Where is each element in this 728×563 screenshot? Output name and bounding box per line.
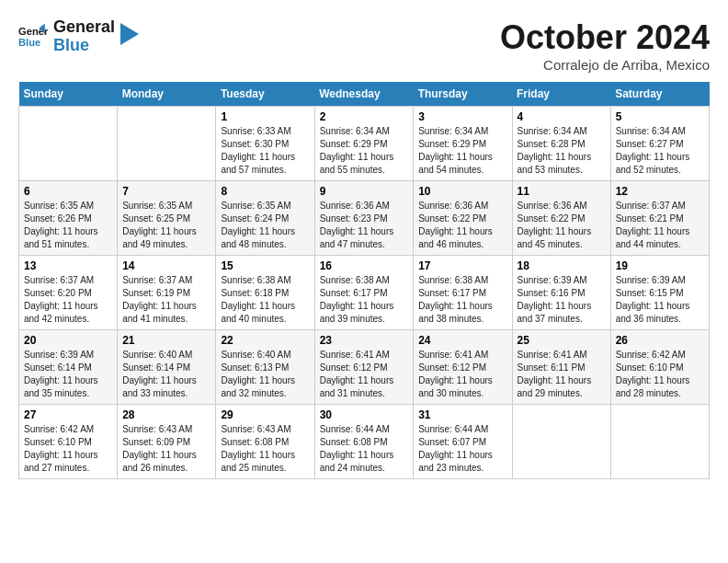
calendar-cell: 9Sunrise: 6:36 AM Sunset: 6:23 PM Daylig…	[314, 181, 414, 256]
calendar-cell: 1Sunrise: 6:33 AM Sunset: 6:30 PM Daylig…	[216, 107, 314, 181]
calendar-cell	[118, 107, 216, 181]
day-number: 22	[221, 334, 309, 347]
day-info: Sunrise: 6:34 AM Sunset: 6:29 PM Dayligh…	[418, 125, 506, 177]
logo-icon: General Blue	[18, 22, 48, 52]
day-number: 13	[24, 259, 112, 272]
day-info: Sunrise: 6:39 AM Sunset: 6:16 PM Dayligh…	[518, 274, 606, 326]
day-info: Sunrise: 6:44 AM Sunset: 6:08 PM Dayligh…	[320, 423, 409, 475]
day-number: 18	[518, 259, 606, 272]
day-number: 3	[418, 110, 506, 123]
calendar-cell: 6Sunrise: 6:35 AM Sunset: 6:26 PM Daylig…	[19, 181, 118, 256]
day-number: 9	[320, 185, 409, 198]
day-number: 26	[616, 334, 704, 347]
calendar-week-row: 27Sunrise: 6:42 AM Sunset: 6:10 PM Dayli…	[19, 405, 710, 479]
day-info: Sunrise: 6:37 AM Sunset: 6:19 PM Dayligh…	[122, 274, 210, 326]
calendar-cell: 3Sunrise: 6:34 AM Sunset: 6:29 PM Daylig…	[414, 107, 512, 181]
day-number: 6	[24, 185, 112, 198]
calendar-cell: 13Sunrise: 6:37 AM Sunset: 6:20 PM Dayli…	[19, 256, 118, 330]
day-info: Sunrise: 6:36 AM Sunset: 6:22 PM Dayligh…	[418, 200, 506, 251]
day-info: Sunrise: 6:38 AM Sunset: 6:18 PM Dayligh…	[221, 274, 309, 326]
day-number: 16	[320, 259, 409, 272]
day-number: 8	[221, 185, 309, 198]
weekday-header: Wednesday	[314, 82, 414, 107]
calendar-cell: 15Sunrise: 6:38 AM Sunset: 6:18 PM Dayli…	[216, 256, 314, 330]
day-number: 11	[518, 185, 606, 198]
calendar-cell: 2Sunrise: 6:34 AM Sunset: 6:29 PM Daylig…	[314, 107, 414, 181]
weekday-header: Sunday	[19, 82, 118, 107]
calendar-cell: 25Sunrise: 6:41 AM Sunset: 6:11 PM Dayli…	[512, 330, 610, 405]
day-number: 27	[24, 408, 112, 421]
day-number: 15	[221, 259, 309, 272]
day-number: 4	[518, 110, 606, 123]
calendar-cell: 22Sunrise: 6:40 AM Sunset: 6:13 PM Dayli…	[216, 330, 314, 405]
month-title: October 2024	[500, 18, 710, 57]
calendar-cell: 20Sunrise: 6:39 AM Sunset: 6:14 PM Dayli…	[19, 330, 118, 405]
calendar-cell: 11Sunrise: 6:36 AM Sunset: 6:22 PM Dayli…	[512, 181, 610, 256]
day-number: 24	[418, 334, 506, 347]
day-info: Sunrise: 6:43 AM Sunset: 6:08 PM Dayligh…	[221, 423, 309, 475]
day-info: Sunrise: 6:35 AM Sunset: 6:25 PM Dayligh…	[122, 200, 210, 251]
calendar-cell: 29Sunrise: 6:43 AM Sunset: 6:08 PM Dayli…	[216, 405, 314, 479]
weekday-header: Saturday	[610, 82, 709, 107]
location: Corralejo de Arriba, Mexico	[500, 57, 710, 73]
calendar-cell: 7Sunrise: 6:35 AM Sunset: 6:25 PM Daylig…	[118, 181, 216, 256]
day-info: Sunrise: 6:44 AM Sunset: 6:07 PM Dayligh…	[418, 423, 506, 475]
day-info: Sunrise: 6:41 AM Sunset: 6:12 PM Dayligh…	[418, 349, 506, 400]
day-info: Sunrise: 6:36 AM Sunset: 6:22 PM Dayligh…	[518, 200, 606, 251]
weekday-header: Monday	[118, 82, 216, 107]
day-info: Sunrise: 6:39 AM Sunset: 6:14 PM Dayligh…	[24, 349, 112, 400]
day-info: Sunrise: 6:41 AM Sunset: 6:12 PM Dayligh…	[320, 349, 409, 400]
calendar-cell: 8Sunrise: 6:35 AM Sunset: 6:24 PM Daylig…	[216, 181, 314, 256]
day-number: 20	[24, 334, 112, 347]
day-number: 21	[122, 334, 210, 347]
svg-marker-3	[120, 23, 139, 45]
calendar-cell: 28Sunrise: 6:43 AM Sunset: 6:09 PM Dayli…	[118, 405, 216, 479]
logo-text: General	[53, 18, 115, 37]
weekday-header-row: SundayMondayTuesdayWednesdayThursdayFrid…	[19, 82, 710, 107]
calendar-cell: 27Sunrise: 6:42 AM Sunset: 6:10 PM Dayli…	[19, 405, 118, 479]
day-info: Sunrise: 6:37 AM Sunset: 6:21 PM Dayligh…	[616, 200, 704, 251]
calendar-cell: 10Sunrise: 6:36 AM Sunset: 6:22 PM Dayli…	[414, 181, 512, 256]
day-info: Sunrise: 6:39 AM Sunset: 6:15 PM Dayligh…	[616, 274, 704, 326]
day-number: 17	[418, 259, 506, 272]
calendar-cell: 16Sunrise: 6:38 AM Sunset: 6:17 PM Dayli…	[314, 256, 414, 330]
day-number: 23	[320, 334, 409, 347]
arrow-icon	[120, 23, 139, 51]
day-info: Sunrise: 6:42 AM Sunset: 6:10 PM Dayligh…	[616, 349, 704, 400]
day-number: 12	[616, 185, 704, 198]
day-number: 29	[221, 408, 309, 421]
day-info: Sunrise: 6:38 AM Sunset: 6:17 PM Dayligh…	[418, 274, 506, 326]
day-info: Sunrise: 6:34 AM Sunset: 6:28 PM Dayligh…	[518, 125, 606, 177]
calendar-cell: 19Sunrise: 6:39 AM Sunset: 6:15 PM Dayli…	[610, 256, 709, 330]
day-info: Sunrise: 6:42 AM Sunset: 6:10 PM Dayligh…	[24, 423, 112, 475]
day-number: 25	[518, 334, 606, 347]
calendar-cell: 14Sunrise: 6:37 AM Sunset: 6:19 PM Dayli…	[118, 256, 216, 330]
day-number: 7	[122, 185, 210, 198]
day-info: Sunrise: 6:33 AM Sunset: 6:30 PM Dayligh…	[221, 125, 309, 177]
day-info: Sunrise: 6:35 AM Sunset: 6:26 PM Dayligh…	[24, 200, 112, 251]
calendar-cell: 18Sunrise: 6:39 AM Sunset: 6:16 PM Dayli…	[512, 256, 610, 330]
day-info: Sunrise: 6:37 AM Sunset: 6:20 PM Dayligh…	[24, 274, 112, 326]
calendar-cell: 26Sunrise: 6:42 AM Sunset: 6:10 PM Dayli…	[610, 330, 709, 405]
logo: General Blue General Blue	[18, 18, 139, 55]
calendar-week-row: 20Sunrise: 6:39 AM Sunset: 6:14 PM Dayli…	[19, 330, 710, 405]
calendar-cell: 17Sunrise: 6:38 AM Sunset: 6:17 PM Dayli…	[414, 256, 512, 330]
day-number: 31	[418, 408, 506, 421]
day-number: 14	[122, 259, 210, 272]
day-info: Sunrise: 6:36 AM Sunset: 6:23 PM Dayligh…	[320, 200, 409, 251]
calendar-cell	[512, 405, 610, 479]
weekday-header: Friday	[512, 82, 610, 107]
calendar-week-row: 13Sunrise: 6:37 AM Sunset: 6:20 PM Dayli…	[19, 256, 710, 330]
calendar-cell: 4Sunrise: 6:34 AM Sunset: 6:28 PM Daylig…	[512, 107, 610, 181]
calendar-cell	[610, 405, 709, 479]
page-header: General Blue General Blue October 2024 C…	[18, 18, 710, 73]
title-block: October 2024 Corralejo de Arriba, Mexico	[500, 18, 710, 73]
day-number: 1	[221, 110, 309, 123]
day-number: 10	[418, 185, 506, 198]
calendar-week-row: 1Sunrise: 6:33 AM Sunset: 6:30 PM Daylig…	[19, 107, 710, 181]
calendar-cell: 5Sunrise: 6:34 AM Sunset: 6:27 PM Daylig…	[610, 107, 709, 181]
day-number: 28	[122, 408, 210, 421]
weekday-header: Tuesday	[216, 82, 314, 107]
day-info: Sunrise: 6:43 AM Sunset: 6:09 PM Dayligh…	[122, 423, 210, 475]
calendar-cell: 21Sunrise: 6:40 AM Sunset: 6:14 PM Dayli…	[118, 330, 216, 405]
